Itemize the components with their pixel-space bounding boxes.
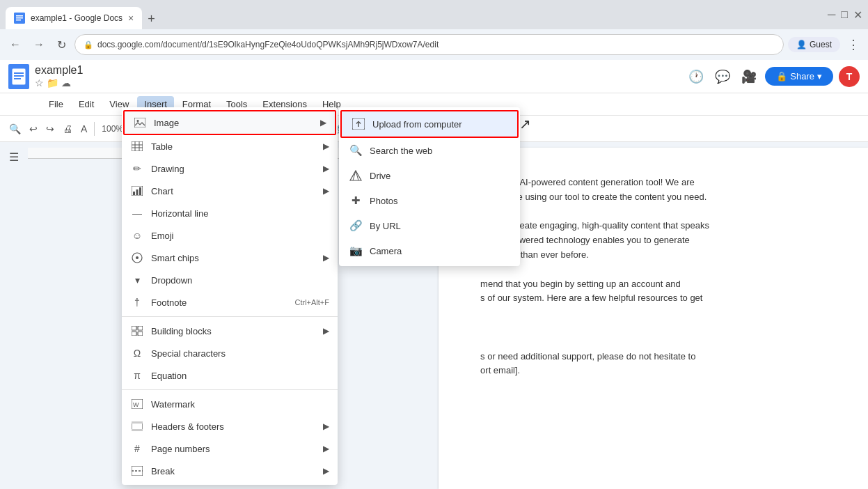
drive-label: Drive — [370, 171, 390, 181]
doc-line-2: you will be using our tool to create the… — [480, 190, 826, 205]
menu-item-footnote[interactable]: † Footnote Ctrl+Alt+F — [122, 291, 338, 313]
footnote-shortcut: Ctrl+Alt+F — [294, 298, 329, 306]
redo-btn[interactable]: ↪ — [42, 121, 58, 137]
menu-item-equation[interactable]: π Equation — [122, 364, 338, 387]
menu-item-page-numbers[interactable]: # Page numbers ▶ — [122, 437, 338, 460]
svg-point-9 — [137, 120, 139, 122]
submenu-photos[interactable]: ✚ Photos — [339, 188, 520, 213]
break-menu-icon — [130, 464, 144, 478]
share-button[interactable]: 🔒 Share ▾ — [765, 67, 833, 86]
address-bar[interactable]: 🔒 docs.google.com/document/d/1sE9OlkaHyn… — [74, 34, 784, 55]
photos-label: Photos — [370, 196, 397, 206]
image-menu-icon — [133, 116, 147, 130]
menu-item-smart-chips[interactable]: Smart chips ▶ — [122, 247, 338, 269]
spell-check-btn[interactable]: A — [77, 121, 90, 137]
camera-icon: 📷 — [349, 244, 363, 258]
menu-item-dropdown[interactable]: ▾ Dropdown — [122, 269, 338, 291]
specialchars-menu-icon: Ω — [130, 346, 144, 360]
avatar[interactable]: T — [839, 66, 860, 87]
profile-button[interactable]: 👤 Guest — [788, 37, 840, 52]
comments-button[interactable]: 💬 — [712, 66, 733, 87]
svg-rect-28 — [132, 421, 143, 424]
menu-item-building-blocks[interactable]: Building blocks ▶ — [122, 320, 338, 342]
menu-item-image[interactable]: Image ▶ — [123, 110, 336, 135]
search-toolbar-btn[interactable]: 🔍 — [6, 121, 24, 137]
maximize-icon: □ — [841, 8, 848, 21]
history-button[interactable]: 🕐 — [686, 66, 707, 87]
profile-icon: 👤 — [796, 40, 807, 49]
new-tab-button[interactable]: + — [142, 9, 161, 29]
menu-dropdown-label: Dropdown — [151, 275, 329, 286]
address-text: docs.google.com/document/d/1sE9OlkaHyngF… — [97, 40, 775, 49]
svg-rect-22 — [138, 326, 143, 330]
menu-edit[interactable]: Edit — [72, 96, 101, 112]
submenu-upload[interactable]: Upload from computer ↗ — [340, 110, 519, 138]
doc-line-6: mend that you begin by setting up an acc… — [480, 277, 826, 292]
svg-rect-8 — [134, 118, 145, 127]
forward-button[interactable]: → — [29, 36, 49, 54]
toolbar-sep-1 — [94, 122, 95, 136]
folder-icon[interactable]: 📁 — [47, 77, 58, 88]
bookmark-icon[interactable]: ☆ — [35, 77, 44, 88]
footnote-menu-icon: † — [130, 295, 144, 309]
menu-file[interactable]: File — [42, 96, 70, 112]
menu-break-label: Break — [151, 466, 316, 476]
print-btn[interactable]: 🖨 — [59, 121, 76, 137]
insert-menu: Image ▶ Table ▶ ✏ Drawing ▶ Chart ▶ — Ho… — [122, 107, 338, 485]
menu-specialchars-label: Special characters — [151, 348, 329, 359]
search-web-label: Search the web — [370, 146, 432, 156]
menu-item-special-chars[interactable]: Ω Special characters — [122, 342, 338, 364]
menu-item-emoji[interactable]: ☺ Emoji — [122, 224, 338, 247]
profile-label: Guest — [810, 40, 832, 49]
svg-rect-2 — [16, 17, 23, 19]
doc-title[interactable]: example1 — [35, 64, 83, 77]
doc-line-7: s of our system. Here are a few helpful … — [480, 291, 826, 306]
submenu-camera[interactable]: 📷 Camera — [339, 238, 520, 263]
svg-rect-3 — [16, 20, 21, 21]
menu-item-horizontal-line[interactable]: — Horizontal line — [122, 202, 338, 224]
menu-hline-label: Horizontal line — [151, 208, 329, 219]
url-icon: 🔗 — [349, 219, 363, 233]
emoji-menu-icon: ☺ — [130, 228, 144, 242]
dropdown-menu-icon: ▾ — [130, 273, 144, 287]
drive-icon — [349, 169, 363, 183]
meet-button[interactable]: 🎥 — [739, 66, 759, 87]
sidebar-toggle[interactable]: ☰ — [0, 142, 28, 489]
menu-divider-1 — [122, 316, 338, 317]
submenu-drive[interactable]: Drive — [339, 163, 520, 188]
menu-item-table[interactable]: Table ▶ — [122, 135, 338, 157]
minimize-icon: ─ — [828, 8, 835, 21]
table-menu-icon — [130, 139, 144, 153]
menu-emoji-label: Emoji — [151, 231, 329, 241]
submenu-search-web[interactable]: 🔍 Search the web — [339, 138, 520, 163]
svg-rect-5 — [14, 72, 24, 74]
cloud-icon[interactable]: ☁ — [61, 77, 71, 88]
menu-item-watermark[interactable]: W Watermark — [122, 393, 338, 415]
image-arrow-icon: ▶ — [320, 118, 326, 127]
svg-rect-29 — [132, 429, 143, 431]
submenu-by-url[interactable]: 🔗 By URL — [339, 213, 520, 238]
docs-app-icon — [8, 64, 29, 89]
refresh-button[interactable]: ↻ — [53, 36, 70, 54]
browser-more-button[interactable]: ⋮ — [844, 34, 862, 55]
undo-btn[interactable]: ↩ — [26, 121, 41, 137]
lock-icon: 🔒 — [84, 40, 93, 49]
svg-rect-17 — [136, 189, 139, 195]
menu-item-headers-footers[interactable]: Headers & footers ▶ — [122, 415, 338, 437]
back-button[interactable]: ← — [6, 36, 25, 54]
tab-close-btn[interactable]: × — [128, 13, 134, 24]
menu-item-drawing[interactable]: ✏ Drawing ▶ — [122, 157, 338, 180]
upload-label: Upload from computer — [372, 119, 462, 130]
close-icon[interactable]: ✕ — [853, 8, 862, 22]
menu-item-break[interactable]: Break ▶ — [122, 460, 338, 482]
menu-drawing-label: Drawing — [151, 164, 316, 174]
active-tab[interactable]: example1 - Google Docs × — [6, 7, 142, 29]
svg-point-20 — [136, 256, 139, 259]
menu-item-chart[interactable]: Chart ▶ — [122, 180, 338, 202]
menu-equation-label: Equation — [151, 371, 329, 381]
svg-text:W: W — [133, 401, 139, 408]
doc-title-area: example1 ☆ 📁 ☁ — [35, 64, 83, 88]
menu-image-label: Image — [154, 118, 313, 128]
svg-rect-10 — [132, 141, 143, 151]
image-submenu: Upload from computer ↗ 🔍 Search the web … — [339, 107, 520, 266]
